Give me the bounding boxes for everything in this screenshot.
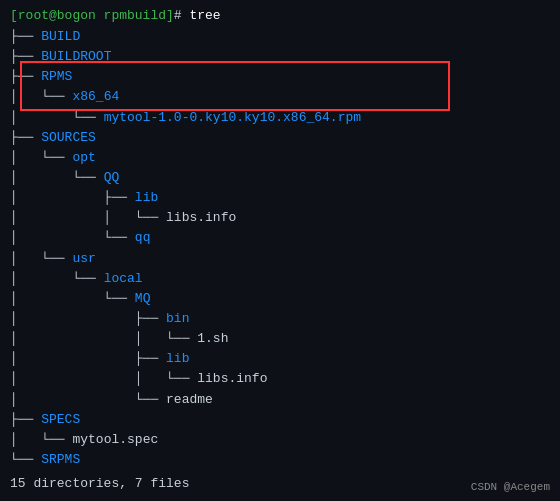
- file-libsinfo1: libs.info: [166, 208, 236, 228]
- dir-mq: MQ: [135, 289, 151, 309]
- tree-row-sources: ├── SOURCES: [10, 128, 550, 148]
- tree-row-usr: │ └── usr: [10, 249, 550, 269]
- dir-srpms: SRPMS: [41, 450, 80, 470]
- tree-row-mq: │ └── MQ: [10, 289, 550, 309]
- watermark-text: CSDN @Acegem: [471, 481, 550, 493]
- tree-row-1sh: │ │ └── 1.sh: [10, 329, 550, 349]
- dir-opt: opt: [72, 148, 95, 168]
- dir-local: local: [104, 269, 143, 289]
- dir-specs: SPECS: [41, 410, 80, 430]
- tree-row-srpms: └── SRPMS: [10, 450, 550, 470]
- terminal-window: [root@bogon rpmbuild]# tree ├── BUILD ├─…: [0, 0, 560, 501]
- summary-line: 15 directories, 7 files: [10, 476, 550, 491]
- tree-row-readme: │ └── readme: [10, 390, 550, 410]
- tree-row-libsinfo2: │ │ └── libs.info: [10, 369, 550, 389]
- tree-row-buildroot: ├── BUILDROOT: [10, 47, 550, 67]
- dir-usr: usr: [72, 249, 95, 269]
- tree-row-lib2: │ ├── lib: [10, 349, 550, 369]
- prompt-user: [root@bogon rpmbuild]: [10, 8, 174, 23]
- tree-row-QQ: │ └── QQ: [10, 168, 550, 188]
- tree-row-specs: ├── SPECS: [10, 410, 550, 430]
- dir-lib2: lib: [166, 349, 189, 369]
- tree-row-libsinfo1: │ │ └── libs.info: [10, 208, 550, 228]
- tree-row-bin: │ ├── bin: [10, 309, 550, 329]
- dir-qq-upper: QQ: [104, 168, 120, 188]
- dir-x86: x86_64: [72, 87, 119, 107]
- dir-bin: bin: [166, 309, 189, 329]
- tree-row-qq-lower: │ └── qq: [10, 228, 550, 248]
- summary-text: 15 directories, 7 files: [10, 476, 189, 491]
- tree-row-opt: │ └── opt: [10, 148, 550, 168]
- file-1sh: 1.sh: [197, 329, 228, 349]
- tree-row-local: │ └── local: [10, 269, 550, 289]
- file-readme: readme: [166, 390, 213, 410]
- dir-lib1: lib: [135, 188, 158, 208]
- tree-output: ├── BUILD ├── BUILDROOT ├── RPMS │ └── x…: [10, 27, 550, 470]
- file-rpm: mytool-1.0-0.ky10.ky10.x86_64.rpm: [104, 108, 361, 128]
- tree-row-x86: │ └── x86_64: [10, 87, 550, 107]
- watermark: CSDN @Acegem: [471, 481, 550, 493]
- dir-sources: SOURCES: [41, 128, 96, 148]
- tree-row-build: ├── BUILD: [10, 27, 550, 47]
- tree-row-rpm-file: │ └── mytool-1.0-0.ky10.ky10.x86_64.rpm: [10, 108, 550, 128]
- file-libsinfo2: libs.info: [197, 369, 267, 389]
- dir-buildroot: BUILDROOT: [41, 47, 111, 67]
- prompt-hash: #: [174, 8, 190, 23]
- prompt-line: [root@bogon rpmbuild]# tree: [10, 8, 550, 23]
- file-spec: mytool.spec: [72, 430, 158, 450]
- tree-row-lib1: │ ├── lib: [10, 188, 550, 208]
- dir-qq-lower: qq: [135, 228, 151, 248]
- tree-row-rpms: ├── RPMS: [10, 67, 550, 87]
- prompt-cmd: tree: [189, 8, 220, 23]
- tree-row-specfile: │ └── mytool.spec: [10, 430, 550, 450]
- tree-container: ├── BUILD ├── BUILDROOT ├── RPMS │ └── x…: [10, 27, 550, 470]
- dir-rpms: RPMS: [41, 67, 72, 87]
- dir-build: BUILD: [41, 27, 80, 47]
